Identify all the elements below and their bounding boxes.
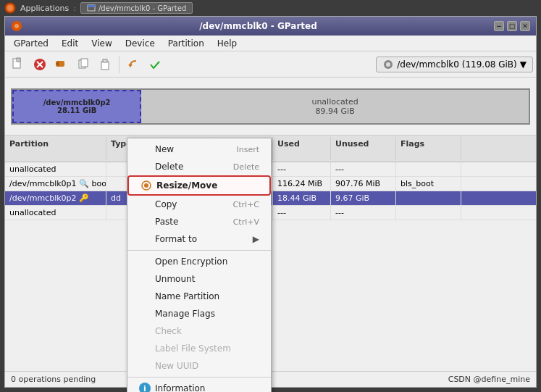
ctx-format-to[interactable]: Format to ▶ xyxy=(127,230,271,248)
ctx-resize-move[interactable]: Resize/Move xyxy=(127,175,271,196)
td-unused-1: --- xyxy=(331,162,396,176)
td-unused-2: 907.76 MiB xyxy=(331,177,396,191)
new-uuid-icon xyxy=(139,360,151,372)
ctx-new-uuid-label: New UUID xyxy=(155,361,198,371)
resize-move-icon xyxy=(141,180,152,191)
titlebar-right-controls: − □ ✕ xyxy=(494,21,530,31)
td-partition-1: unallocated xyxy=(5,162,106,176)
disk-partition-1[interactable]: /dev/mmcblk0p2 28.11 GiB xyxy=(12,90,141,123)
menu-gparted[interactable]: GParted xyxy=(8,37,54,50)
svg-rect-16 xyxy=(101,62,109,70)
context-menu: New Insert Delete Delete Resize/Move Cop… xyxy=(127,138,272,392)
ctx-open-encryption-label: Open Encryption xyxy=(155,257,227,267)
menu-help[interactable]: Help xyxy=(211,37,243,50)
svg-point-21 xyxy=(144,183,148,188)
disk-part1-name: /dev/mmcblk0p2 xyxy=(43,99,111,107)
device-dropdown-arrow: ▼ xyxy=(520,59,527,70)
svg-rect-15 xyxy=(81,59,88,67)
titlebar: /dev/mmcblk0 - GParted − □ ✕ xyxy=(5,17,536,36)
td-partition-2: /dev/mmcblk0p1 🔍 boo xyxy=(5,177,106,191)
titlebar-title: /dev/mmcblk0 - GParted xyxy=(22,21,494,31)
ctx-manage-flags-label: Manage Flags xyxy=(155,309,215,319)
td-partition-3: /dev/mmcblk0p2 🔑 xyxy=(5,191,106,205)
menu-partition[interactable]: Partition xyxy=(162,37,210,50)
td-used-1: --- xyxy=(273,162,331,176)
svg-point-1 xyxy=(7,5,13,11)
minimize-button[interactable]: − xyxy=(494,21,504,31)
ctx-new-uuid: New UUID xyxy=(127,357,271,375)
ctx-delete-label: Delete xyxy=(155,162,183,172)
disk-visualization: /dev/mmcblk0p2 28.11 GiB unallocated 89.… xyxy=(5,78,536,135)
ctx-unmount[interactable]: Unmount xyxy=(127,270,271,288)
open-encryption-icon xyxy=(139,256,151,267)
ctx-manage-flags[interactable]: Manage Flags xyxy=(127,305,271,322)
name-partition-icon xyxy=(139,291,151,302)
device-selector[interactable]: /dev/mmcblk0 (119.08 GiB) ▼ xyxy=(376,57,533,72)
disk-part1-size: 28.11 GiB xyxy=(57,107,96,114)
ctx-name-partition[interactable]: Name Partition xyxy=(127,288,271,305)
device-label: /dev/mmcblk0 (119.08 GiB) xyxy=(397,59,517,70)
ctx-check: Check xyxy=(127,322,271,340)
menu-device[interactable]: Device xyxy=(119,37,161,50)
manage-flags-icon xyxy=(139,308,151,320)
delete-menu-icon xyxy=(139,161,151,172)
information-icon: i xyxy=(139,383,151,392)
format-to-icon xyxy=(139,233,151,245)
ctx-paste-label: Paste xyxy=(155,217,178,227)
paste-icon xyxy=(98,57,112,72)
td-used-2: 116.24 MiB xyxy=(273,177,331,191)
toolbar-apply-btn[interactable] xyxy=(145,54,165,75)
ctx-resize-move-label: Resize/Move xyxy=(156,180,217,191)
titlebar-left-controls xyxy=(11,20,22,32)
toolbar-undo-btn[interactable] xyxy=(51,54,72,75)
check-icon xyxy=(139,325,151,337)
back-icon xyxy=(126,57,141,72)
taskbar-apps-label[interactable]: Applications xyxy=(20,4,69,13)
ctx-paste[interactable]: Paste Ctrl+V xyxy=(127,213,271,230)
new-icon xyxy=(11,57,25,72)
col-header-flags: Flags xyxy=(396,137,461,160)
ctx-unmount-label: Unmount xyxy=(155,274,195,284)
menubar: GParted Edit View Device Partition Help xyxy=(5,36,536,51)
label-filesystem-icon xyxy=(139,343,151,354)
toolbar-new-btn[interactable] xyxy=(8,54,28,75)
copy-icon xyxy=(76,57,91,72)
toolbar-copy-btn[interactable] xyxy=(73,54,93,75)
taskbar-window-label: /dev/mmcblk0 - GParted xyxy=(98,4,186,12)
menu-view[interactable]: View xyxy=(85,37,117,50)
toolbar-paste-btn[interactable] xyxy=(95,54,115,75)
td-flags-3 xyxy=(396,191,461,205)
ctx-separator-1 xyxy=(127,250,271,251)
td-unused-3: 9.67 GiB xyxy=(331,191,396,205)
copy-menu-icon xyxy=(139,199,151,210)
info-circle-icon: i xyxy=(139,383,151,392)
svg-point-5 xyxy=(14,24,19,28)
maximize-button[interactable]: □ xyxy=(507,21,517,31)
close-button[interactable]: ✕ xyxy=(520,21,530,31)
unmount-icon xyxy=(139,273,151,285)
toolbar-delete-btn[interactable] xyxy=(30,54,50,75)
disk-part2-size: 89.94 GiB xyxy=(316,107,355,116)
toolbar-separator xyxy=(119,56,119,73)
device-gear-icon xyxy=(382,59,394,70)
ctx-information[interactable]: i Information xyxy=(127,380,271,392)
titlebar-gparted-logo xyxy=(11,20,22,32)
toolbar-back-btn[interactable] xyxy=(123,54,143,75)
ctx-new[interactable]: New Insert xyxy=(127,141,271,158)
ctx-label-filesystem-label: Label File System xyxy=(155,343,231,354)
csdn-watermark: CSDN @define_mine xyxy=(448,375,530,384)
ctx-copy[interactable]: Copy Ctrl+C xyxy=(127,196,271,213)
ctx-open-encryption[interactable]: Open Encryption xyxy=(127,253,271,270)
col-header-used: Used xyxy=(273,137,331,160)
ctx-delete[interactable]: Delete Delete xyxy=(127,158,271,175)
taskbar: Applications : /dev/mmcblk0 - GParted xyxy=(0,0,541,16)
taskbar-window-button[interactable]: /dev/mmcblk0 - GParted xyxy=(80,2,193,14)
disk-unallocated[interactable]: unallocated 89.94 GiB xyxy=(141,90,529,123)
delete-icon xyxy=(33,57,47,72)
menu-edit[interactable]: Edit xyxy=(56,37,84,50)
col-header-unused: Unused xyxy=(331,137,396,160)
td-used-4: --- xyxy=(273,206,331,220)
ctx-delete-shortcut: Delete xyxy=(233,162,259,172)
operations-status: 0 operations pending xyxy=(11,375,96,384)
ctx-information-label: Information xyxy=(155,383,205,392)
